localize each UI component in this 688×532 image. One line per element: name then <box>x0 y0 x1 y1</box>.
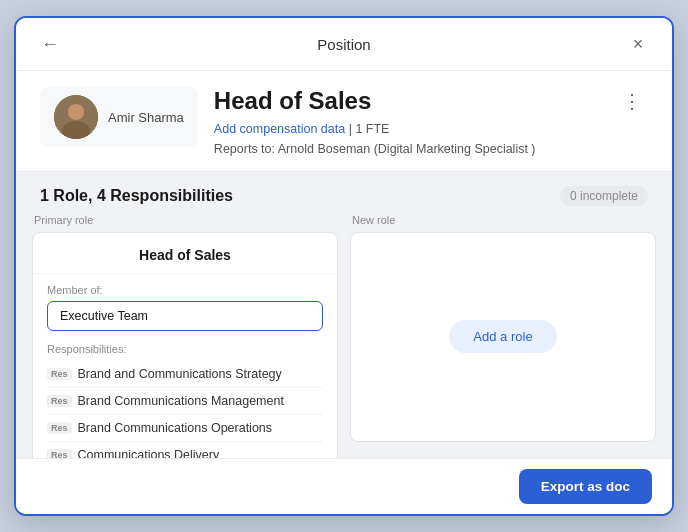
roles-columns: Primary role Head of Sales Member of: Ex… <box>16 214 672 458</box>
responsibility-item: ResBrand Communications Management <box>47 388 323 415</box>
responsibilities-label: Responsibilities: <box>47 343 323 355</box>
resp-text: Communications Delivery <box>78 448 220 458</box>
three-dots-button[interactable]: ⋮ <box>616 87 648 115</box>
roles-header: 1 Role, 4 Responsibilities 0 incomplete <box>16 172 672 214</box>
member-of-label: Member of: <box>47 284 323 296</box>
primary-role-card: Head of Sales Member of: Executive Team … <box>32 232 338 458</box>
modal-header: ← Position × <box>16 18 672 71</box>
close-button[interactable]: × <box>624 30 652 58</box>
roles-title: 1 Role, 4 Responsibilities <box>40 187 233 205</box>
primary-role-label: Primary role <box>32 214 338 226</box>
new-role-label: New role <box>350 214 656 226</box>
svg-point-1 <box>68 104 84 120</box>
modal-title: Position <box>64 36 624 53</box>
modal-overlay: ← Position × Amir Sharma <box>0 0 688 532</box>
responsibility-item: ResCommunications Delivery <box>47 442 323 458</box>
resp-badge: Res <box>47 449 72 458</box>
fte-value: 1 FTE <box>355 122 389 136</box>
modal-footer: Export as doc <box>16 458 672 514</box>
position-info: Amir Sharma Head of Sales Add compensati… <box>16 71 672 172</box>
incomplete-badge: 0 incomplete <box>560 186 648 206</box>
responsibilities-list: ResBrand and Communications StrategyResB… <box>47 361 323 458</box>
export-button[interactable]: Export as doc <box>519 469 652 504</box>
member-of-value: Executive Team <box>47 301 323 331</box>
modal: ← Position × Amir Sharma <box>14 16 674 516</box>
add-role-card: Add a role <box>350 232 656 442</box>
person-name: Amir Sharma <box>108 110 184 125</box>
resp-badge: Res <box>47 395 72 407</box>
avatar <box>54 95 98 139</box>
resp-text: Brand Communications Operations <box>78 421 273 435</box>
content-area: 1 Role, 4 Responsibilities 0 incomplete … <box>16 172 672 458</box>
resp-badge: Res <box>47 422 72 434</box>
position-details: Head of Sales Add compensation data | 1 … <box>214 87 600 159</box>
new-role-column: New role Add a role <box>350 214 656 442</box>
responsibility-item: ResBrand Communications Operations <box>47 415 323 442</box>
role-card-body: Member of: Executive Team Responsibiliti… <box>33 274 337 458</box>
resp-text: Brand and Communications Strategy <box>78 367 282 381</box>
back-button[interactable]: ← <box>36 30 64 58</box>
position-name: Head of Sales <box>214 87 600 116</box>
position-meta: Add compensation data | 1 FTE Reports to… <box>214 119 600 159</box>
role-card-wrapper: Head of Sales Member of: Executive Team … <box>32 232 338 458</box>
reports-to: Reports to: Arnold Boseman (Digital Mark… <box>214 142 536 156</box>
primary-role-card-title: Head of Sales <box>33 233 337 274</box>
responsibility-item: ResBrand and Communications Strategy <box>47 361 323 388</box>
resp-text: Brand Communications Management <box>78 394 284 408</box>
resp-badge: Res <box>47 368 72 380</box>
add-role-button[interactable]: Add a role <box>449 320 556 353</box>
compensation-link[interactable]: Add compensation data <box>214 122 345 136</box>
primary-role-column: Primary role Head of Sales Member of: Ex… <box>32 214 338 442</box>
person-card: Amir Sharma <box>40 87 198 147</box>
